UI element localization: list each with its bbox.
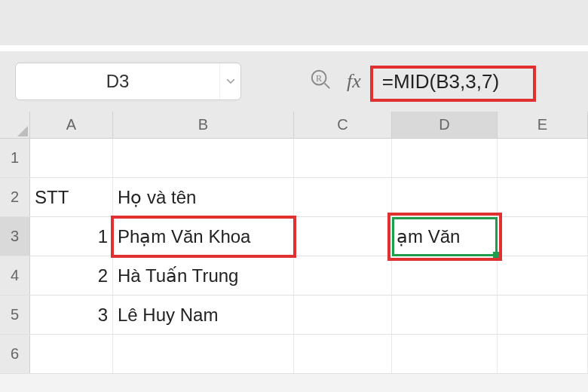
- cell-A4[interactable]: 2: [30, 256, 113, 295]
- cell-D2[interactable]: [392, 178, 498, 216]
- name-box[interactable]: D3: [15, 63, 241, 100]
- formula-input[interactable]: =MID(B3,3,7): [376, 67, 505, 96]
- formula-bar: D3 R fx =MID(B3,3,7): [0, 51, 588, 112]
- cell-E6[interactable]: [498, 335, 588, 373]
- cell-E2[interactable]: [498, 178, 588, 216]
- cell-B3[interactable]: Phạm Văn Khoa: [113, 217, 294, 256]
- cell-D1[interactable]: [392, 139, 498, 177]
- row-1: 1: [0, 139, 588, 178]
- cell-C4[interactable]: [294, 256, 392, 295]
- worksheet[interactable]: A B C D E 1 2 STT Họ và tên 3 1 Phạm Văn…: [0, 112, 588, 374]
- cell-A6[interactable]: [30, 335, 113, 373]
- row-header-3[interactable]: 3: [0, 217, 30, 256]
- col-header-B[interactable]: B: [113, 112, 294, 138]
- cell-B4[interactable]: Hà Tuấn Trung: [113, 256, 294, 295]
- name-box-dropdown-icon[interactable]: [219, 63, 240, 100]
- cell-D3[interactable]: ạm Văn: [392, 217, 498, 256]
- cell-B2[interactable]: Họ và tên: [113, 178, 294, 216]
- divider: [0, 45, 588, 51]
- lookup-icon[interactable]: R: [309, 68, 332, 95]
- row-header-6[interactable]: 6: [0, 335, 30, 373]
- cell-C3[interactable]: [294, 217, 392, 256]
- col-header-C[interactable]: C: [294, 112, 392, 138]
- row-6: 6: [0, 335, 588, 374]
- cell-A5[interactable]: 3: [30, 296, 113, 334]
- cell-B5[interactable]: Lê Huy Nam: [113, 296, 294, 334]
- select-all-corner[interactable]: [0, 112, 30, 138]
- row-header-4[interactable]: 4: [0, 256, 30, 295]
- col-header-A[interactable]: A: [30, 112, 113, 138]
- cell-A3[interactable]: 1: [30, 217, 113, 256]
- cell-E1[interactable]: [498, 139, 588, 177]
- col-header-D[interactable]: D: [392, 112, 498, 138]
- row-header-2[interactable]: 2: [0, 178, 30, 216]
- cell-E3[interactable]: [498, 217, 588, 256]
- column-headers: A B C D E: [0, 112, 588, 139]
- cell-B1[interactable]: [113, 139, 294, 177]
- col-header-E[interactable]: E: [498, 112, 588, 138]
- cell-C5[interactable]: [294, 296, 392, 334]
- ribbon-area: [0, 0, 588, 45]
- row-header-1[interactable]: 1: [0, 139, 30, 177]
- cell-C6[interactable]: [294, 335, 392, 373]
- cell-E4[interactable]: [498, 256, 588, 295]
- cell-A1[interactable]: [30, 139, 113, 177]
- row-2: 2 STT Họ và tên: [0, 178, 588, 217]
- insert-function-icon[interactable]: fx: [347, 70, 361, 93]
- cell-E5[interactable]: [498, 296, 588, 334]
- row-3: 3 1 Phạm Văn Khoa ạm Văn: [0, 217, 588, 256]
- cell-D4[interactable]: [392, 256, 498, 295]
- cell-C2[interactable]: [294, 178, 392, 216]
- row-header-5[interactable]: 5: [0, 296, 30, 334]
- row-4: 4 2 Hà Tuấn Trung: [0, 256, 588, 296]
- row-5: 5 3 Lê Huy Nam: [0, 296, 588, 335]
- cell-D6[interactable]: [392, 335, 498, 373]
- cell-D5[interactable]: [392, 296, 498, 334]
- svg-text:R: R: [316, 73, 323, 84]
- svg-line-1: [325, 84, 330, 89]
- cell-B6[interactable]: [113, 335, 294, 373]
- name-box-value: D3: [16, 71, 219, 92]
- cell-C1[interactable]: [294, 139, 392, 177]
- cell-A2[interactable]: STT: [30, 178, 113, 216]
